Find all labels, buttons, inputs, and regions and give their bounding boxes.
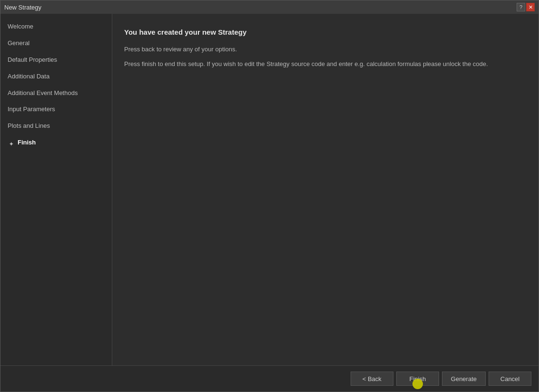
sidebar-item-general[interactable]: General bbox=[0, 35, 112, 52]
finish-button[interactable]: Finish bbox=[396, 372, 439, 386]
sidebar-item-welcome[interactable]: Welcome bbox=[0, 19, 112, 35]
sidebar-item-plots-and-lines[interactable]: Plots and Lines bbox=[0, 118, 112, 134]
finish-icon bbox=[9, 140, 15, 146]
generate-button[interactable]: Generate bbox=[442, 372, 486, 386]
main-heading: You have created your new Strategy bbox=[124, 28, 527, 36]
main-panel: You have created your new Strategy Press… bbox=[112, 14, 539, 365]
sidebar-item-default-properties[interactable]: Default Properties bbox=[0, 52, 112, 68]
sidebar-item-additional-data[interactable]: Additional Data bbox=[0, 68, 112, 85]
window-title: New Strategy bbox=[4, 4, 41, 11]
cursor-indicator bbox=[412, 379, 423, 389]
sidebar-item-additional-event-methods[interactable]: Additional Event Methods bbox=[0, 85, 112, 102]
back-button[interactable]: < Back bbox=[351, 372, 393, 386]
footer: < Back Finish Generate Cancel bbox=[0, 365, 539, 392]
sidebar-item-input-parameters[interactable]: Input Parameters bbox=[0, 101, 112, 118]
content-area: Welcome General Default Properties Addit… bbox=[0, 14, 539, 365]
main-paragraph-2: Press finish to end this setup. If you w… bbox=[124, 59, 527, 69]
main-window: New Strategy ? ✕ Welcome General Default… bbox=[0, 0, 539, 392]
close-button[interactable]: ✕ bbox=[526, 3, 535, 11]
help-button[interactable]: ? bbox=[517, 3, 525, 11]
sidebar-item-finish[interactable]: Finish bbox=[0, 134, 112, 151]
title-bar: New Strategy ? ✕ bbox=[0, 0, 539, 14]
main-paragraph-1: Press back to review any of your options… bbox=[124, 45, 527, 55]
cancel-button[interactable]: Cancel bbox=[489, 372, 531, 386]
title-bar-buttons: ? ✕ bbox=[517, 3, 535, 11]
sidebar: Welcome General Default Properties Addit… bbox=[0, 14, 112, 365]
